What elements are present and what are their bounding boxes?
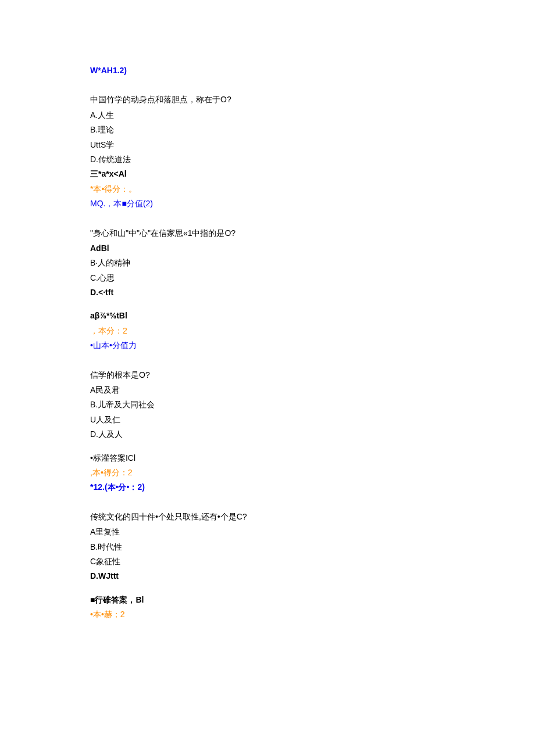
- question-11-option-d: D.人及人: [90, 428, 445, 440]
- question-9: W*AH1.2) 中国竹学的动身点和落胆点，称在于O? A.人生 B.理论 Ut…: [90, 64, 445, 210]
- question-11-option-b: B.儿帝及大同社会: [90, 398, 445, 411]
- question-12-answer-label: ■行碓答案，Bl: [90, 593, 445, 606]
- question-11-score: ,本•得分：2: [90, 466, 445, 479]
- question-10-option-a: AdBl: [90, 242, 445, 255]
- question-11-header: •山本•分值力: [90, 339, 445, 352]
- question-10: "身心和山"中"心"在信家思«1中指的是O? AdBl B·人的精神 C.心思 …: [90, 227, 445, 352]
- question-10-answer-label: aβ⅞*⅝tBl: [90, 309, 445, 322]
- question-9-option-b: B.理论: [90, 123, 445, 136]
- question-10-option-d: D.<·tft: [90, 286, 445, 299]
- question-9-option-d: D.传统道法: [90, 153, 445, 166]
- question-12-option-c: C象征性: [90, 555, 445, 568]
- question-9-extra: 三*a*x<Al: [90, 167, 445, 180]
- question-10-option-b: B·人的精神: [90, 256, 445, 269]
- question-12-header: *12.(本•分•：2): [90, 481, 445, 493]
- question-12-option-a: A里复性: [90, 525, 445, 538]
- question-11-text: 信学的根本是O?: [90, 368, 445, 381]
- question-12-option-d: D.WJttt: [90, 569, 445, 582]
- question-10-header: MQ.，本■分值(2): [90, 197, 445, 210]
- question-11-option-a: A民及君: [90, 384, 445, 396]
- question-11-answer-label: •标灌答案ICl: [90, 452, 445, 464]
- question-9-header: W*AH1.2): [90, 64, 445, 77]
- question-10-text: "身心和山"中"心"在信家思«1中指的是O?: [90, 227, 445, 239]
- question-12-score: •本•赫；2: [90, 608, 445, 621]
- question-12: 传统文化的四十件•个处只取性,还有•个是C? A里复性 B.时代性 C象征性 D…: [90, 510, 445, 621]
- question-12-text: 传统文化的四十件•个处只取性,还有•个是C?: [90, 510, 445, 523]
- question-9-text: 中国竹学的动身点和落胆点，称在于O?: [90, 93, 445, 106]
- question-9-score: *本•得分：。: [90, 182, 445, 195]
- question-12-option-b: B.时代性: [90, 540, 445, 553]
- question-10-option-c: C.心思: [90, 271, 445, 284]
- question-11: 信学的根本是O? A民及君 B.儿帝及大同社会 U人及仁 D.人及人 •标灌答案…: [90, 368, 445, 494]
- question-9-option-c: UttS学: [90, 138, 445, 151]
- question-11-option-c: U人及仁: [90, 413, 445, 426]
- question-9-option-a: A.人生: [90, 109, 445, 121]
- question-10-score: ，本分：2: [90, 324, 445, 337]
